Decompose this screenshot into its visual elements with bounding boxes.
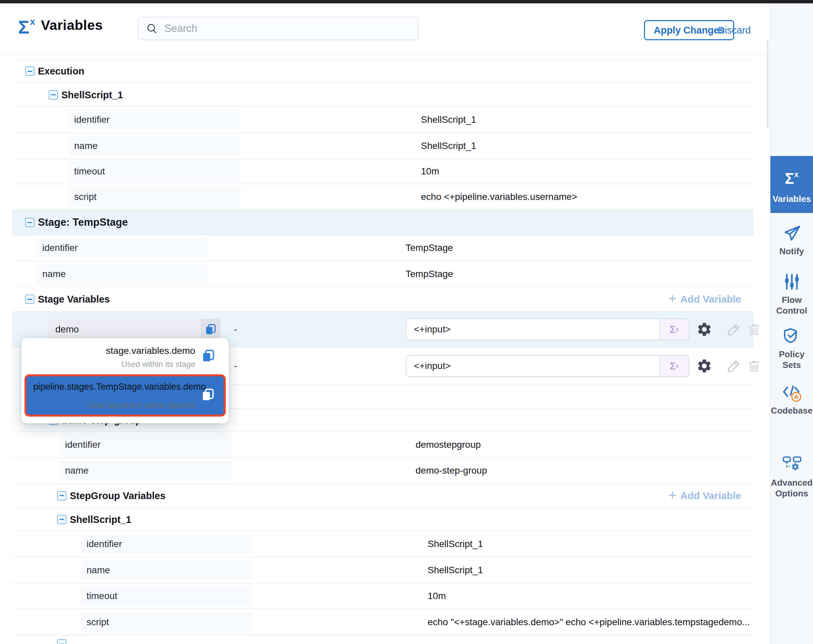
- variable-value-input[interactable]: <+input> Σx: [406, 318, 689, 340]
- runtime-input-icon[interactable]: Σx: [659, 356, 689, 376]
- field-label: name: [42, 269, 66, 279]
- code-warning-icon: [782, 382, 802, 403]
- page-title: Variables: [41, 17, 103, 33]
- variable-usage-popup: stage.variables.demo Used within its sta…: [21, 338, 229, 423]
- field-label: name: [74, 141, 98, 151]
- sigma-x-icon: Σx: [18, 16, 35, 38]
- sidebar-item-codebase[interactable]: Codebase: [770, 382, 813, 416]
- discard-button[interactable]: Discard: [718, 25, 751, 36]
- field-value: ShellScript_1: [421, 141, 476, 151]
- sidebar-item-notify[interactable]: Notify: [770, 223, 813, 257]
- field-value: 10m: [421, 166, 439, 177]
- pencil-icon[interactable]: [726, 321, 742, 337]
- table-row-field: name ShellScript_1: [12, 557, 754, 583]
- sidebar-item-policy-sets[interactable]: Policy Sets: [770, 326, 813, 370]
- collapse-icon[interactable]: [49, 90, 58, 100]
- field-label: timeout: [86, 591, 117, 601]
- plus-icon: +: [669, 293, 676, 304]
- sidebar-item-variables[interactable]: Σx Variables: [770, 156, 813, 213]
- search-box[interactable]: [138, 17, 419, 40]
- field-value: demostepgroup: [416, 439, 481, 450]
- variable-value-input[interactable]: <+input> Σx: [406, 355, 689, 377]
- field-label-box: name: [60, 460, 232, 481]
- section-label: ShellScript_1: [61, 89, 123, 100]
- collapse-icon[interactable]: [57, 639, 66, 644]
- popup-item-selected[interactable]: pipeline.stages.TempStage.variables.demo…: [25, 374, 226, 417]
- field-label: name: [65, 465, 89, 476]
- field-label-box: identifier: [37, 238, 209, 258]
- gear-icon[interactable]: [696, 358, 712, 374]
- field-label-box: name: [37, 264, 209, 284]
- table-row-section: Stage: TempStage: [12, 210, 754, 235]
- field-value: demo-step-group: [416, 465, 487, 476]
- table-row-section: Execution: [12, 59, 754, 83]
- field-value: 10m: [428, 591, 446, 601]
- field-label-box: identifier: [60, 435, 232, 455]
- copy-icon[interactable]: [200, 387, 216, 403]
- trash-icon[interactable]: [746, 321, 762, 337]
- required-mark: -: [234, 324, 237, 335]
- table-row-section: ShellScript_1: [12, 83, 754, 107]
- collapse-icon[interactable]: [25, 218, 35, 227]
- field-label-box: timeout: [69, 161, 241, 181]
- field-value: echo <+pipeline.variables.username>: [421, 192, 577, 202]
- field-label-box: name: [69, 136, 241, 156]
- collapse-icon[interactable]: [25, 294, 35, 304]
- field-label: script: [86, 617, 109, 627]
- variable-name: demo: [49, 324, 201, 335]
- field-label: name: [86, 565, 110, 576]
- gear-icon[interactable]: [696, 321, 712, 337]
- field-label-box: script: [81, 612, 253, 632]
- add-variable-button[interactable]: +Add Variable: [669, 490, 741, 501]
- table-row-field: script echo "<+stage.variables.demo>" ec…: [12, 609, 754, 635]
- scrollbar-thumb[interactable]: [767, 40, 769, 129]
- field-label-box: identifier: [81, 534, 253, 554]
- table-row-field: timeout 10m: [12, 159, 754, 184]
- runtime-input-icon[interactable]: Σx: [659, 319, 689, 340]
- sidebar-item-flow-control[interactable]: Flow Control: [770, 272, 813, 316]
- field-value: ShellScript_1: [428, 539, 483, 549]
- variable-scope-hint: Used within its stage: [121, 360, 195, 369]
- variable-value: <+input>: [406, 360, 659, 371]
- field-label: script: [74, 192, 97, 202]
- collapse-icon[interactable]: [57, 491, 66, 500]
- field-label: identifier: [42, 242, 78, 253]
- table-row-section: Stage Variables +Add Variable: [12, 287, 754, 311]
- search-input[interactable]: [164, 23, 411, 35]
- search-icon: [146, 22, 158, 35]
- table-row-field: name ShellScript_1: [12, 133, 754, 159]
- section-label: StepGroup Variables: [70, 490, 165, 501]
- field-label-box: name: [81, 560, 253, 580]
- table-row-section: [12, 635, 754, 644]
- field-value: echo "<+stage.variables.demo>" echo <+pi…: [428, 617, 750, 627]
- pencil-icon[interactable]: [726, 358, 742, 374]
- collapse-icon[interactable]: [25, 66, 35, 76]
- section-label: Stage: TempStage: [38, 216, 128, 228]
- section-label: Stage Variables: [38, 294, 110, 305]
- trash-icon[interactable]: [746, 358, 762, 374]
- variable-name-field[interactable]: demo: [49, 319, 220, 340]
- sliders-icon: [782, 272, 802, 292]
- table-row-field: name TempStage: [12, 261, 754, 287]
- field-value: ShellScript_1: [428, 565, 483, 576]
- variable-expression: stage.variables.demo: [106, 345, 195, 356]
- sigma-x-icon: Σx: [782, 169, 802, 191]
- section-label: Execution: [38, 66, 84, 77]
- panel-header: Σx Variables Apply Changes Discard: [0, 3, 770, 54]
- required-mark: -: [234, 360, 237, 372]
- add-variable-button[interactable]: +Add Variable: [669, 293, 741, 305]
- table-row-field: identifier ShellScript_1: [12, 107, 754, 133]
- table-row-field: timeout 10m: [12, 583, 754, 609]
- sidebar-item-advanced-options[interactable]: Advanced Options: [770, 454, 813, 499]
- table-row-field: identifier TempStage: [12, 235, 754, 261]
- table-row-section: ShellScript_1: [12, 508, 754, 531]
- shield-check-icon: [782, 326, 802, 346]
- section-label: ShellScript_1: [70, 514, 132, 525]
- variable-scope-hint: Used anywhere within pipeline: [87, 400, 196, 410]
- field-label: identifier: [86, 539, 122, 549]
- copy-icon[interactable]: [201, 348, 216, 363]
- field-value: ShellScript_1: [421, 114, 476, 125]
- collapse-icon[interactable]: [57, 515, 66, 524]
- copy-icon[interactable]: [201, 319, 220, 340]
- table-row-field: identifier demostepgroup: [12, 432, 754, 458]
